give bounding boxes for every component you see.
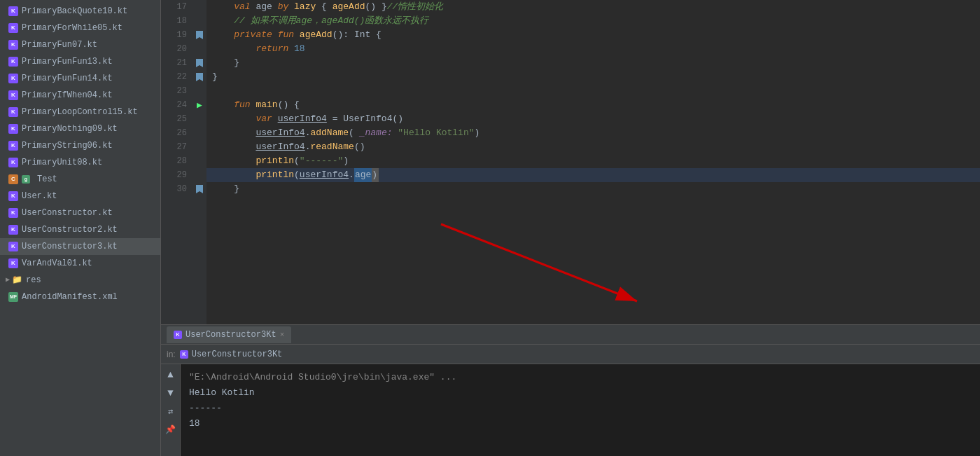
code-line-18: // 如果不调用age，ageAdd()函数永远不执行 bbox=[206, 14, 980, 28]
kotlin-file-icon: K bbox=[8, 242, 18, 251]
file-name: PrimaryNothing09.kt bbox=[22, 122, 118, 136]
code-lines[interactable]: val age by lazy { ageAdd() }//惰性初始化 // 如… bbox=[206, 0, 980, 324]
file-name: VarAndVal01.kt bbox=[22, 256, 92, 270]
chevron-right-icon: ▶ bbox=[6, 273, 10, 287]
run-content: ▲ ▼ ⇄ 📌 "E:\Android\Android Studio0\jre\… bbox=[161, 364, 980, 456]
file-name: PrimaryString06.kt bbox=[22, 139, 113, 153]
bottom-tabs: K UserConstructor3Kt × bbox=[161, 324, 980, 344]
code-line-22: } bbox=[206, 70, 980, 84]
file-item-VarAndVal01[interactable]: K VarAndVal01.kt bbox=[0, 255, 160, 272]
file-name: PrimaryIfWhen04.kt bbox=[22, 88, 113, 102]
code-line-28: println("------") bbox=[206, 154, 980, 168]
file-item-UserConstructor[interactable]: K UserConstructor.kt bbox=[0, 205, 160, 221]
code-line-19: private fun ageAdd(): Int { bbox=[206, 28, 980, 42]
file-name: AndroidManifest.xml bbox=[22, 290, 118, 304]
main-area: K PrimaryBackQuote10.kt K PrimaryForWhil… bbox=[0, 0, 980, 456]
bookmark-19 bbox=[194, 28, 205, 42]
run-output-line-1: "E:\Android\Android Studio0\jre\bin\java… bbox=[189, 370, 972, 385]
mf-icon: MF bbox=[8, 292, 18, 302]
file-item-UserConstructor3[interactable]: K UserConstructor3.kt bbox=[0, 238, 160, 255]
run-output-line-4: 18 bbox=[189, 416, 972, 431]
file-name: PrimaryBackQuote10.kt bbox=[22, 4, 127, 18]
file-name: PrimaryForWhile05.kt bbox=[22, 21, 122, 35]
file-name: PrimaryFunFun13.kt bbox=[22, 55, 113, 69]
kotlin-file-icon: K bbox=[8, 158, 18, 167]
file-item-PrimaryUnit08[interactable]: K PrimaryUnit08.kt bbox=[0, 154, 160, 171]
file-item-PrimaryBackQuote10[interactable]: K PrimaryBackQuote10.kt bbox=[0, 3, 160, 20]
bookmark-21 bbox=[194, 56, 205, 70]
kotlin-run-icon: K bbox=[180, 350, 188, 359]
file-item-PrimaryIfWhen04[interactable]: K PrimaryIfWhen04.kt bbox=[0, 87, 160, 104]
file-item-PrimaryForWhile05[interactable]: K PrimaryForWhile05.kt bbox=[0, 20, 160, 36]
code-line-17: val age by lazy { ageAdd() }//惰性初始化 bbox=[206, 0, 980, 14]
file-name: UserConstructor3.kt bbox=[22, 240, 118, 254]
kotlin-file-icon: K bbox=[8, 40, 18, 50]
file-name: PrimaryFun07.kt bbox=[22, 38, 97, 52]
file-item-PrimaryNothing09[interactable]: K PrimaryNothing09.kt bbox=[0, 120, 160, 137]
run-tab-label: UserConstructor3Kt bbox=[192, 350, 283, 359]
wrap-button[interactable]: ⇄ bbox=[163, 403, 178, 419]
file-item-User[interactable]: K User.kt bbox=[0, 188, 160, 205]
folder-icon: 📁 bbox=[12, 273, 22, 287]
file-name: PrimaryUnit08.kt bbox=[22, 156, 102, 170]
run-output-line-3: ------ bbox=[189, 401, 972, 416]
code-content: 17 18 19 20 21 22 23 24 25 26 27 28 29 3… bbox=[161, 0, 980, 324]
kotlin-file-icon: K bbox=[8, 23, 18, 33]
kotlin-file-icon: K bbox=[8, 124, 18, 134]
file-name: UserConstructor2.kt bbox=[22, 223, 118, 237]
code-line-23 bbox=[206, 84, 980, 98]
scroll-up-button[interactable]: ▲ bbox=[163, 367, 178, 382]
scroll-down-button[interactable]: ▼ bbox=[163, 385, 178, 401]
file-item-PrimaryLoopControl15[interactable]: K PrimaryLoopControl15.kt bbox=[0, 104, 160, 120]
bottom-area: K UserConstructor3Kt × in: K UserConstru… bbox=[161, 324, 980, 456]
kotlin-file-icon: K bbox=[8, 107, 18, 117]
kotlin-file-icon: K bbox=[8, 191, 18, 201]
run-output: "E:\Android\Android Studio0\jre\bin\java… bbox=[181, 364, 980, 456]
code-line-20: return 18 bbox=[206, 42, 980, 56]
editor-area: 17 18 19 20 21 22 23 24 25 26 27 28 29 3… bbox=[161, 0, 980, 456]
kotlin-file-icon: K bbox=[8, 90, 18, 100]
file-item-PrimaryFunFun13[interactable]: K PrimaryFunFun13.kt bbox=[0, 53, 160, 70]
file-item-PrimaryString06[interactable]: K PrimaryString06.kt bbox=[0, 137, 160, 154]
folder-res[interactable]: ▶ 📁 res bbox=[0, 272, 160, 289]
file-name: User.kt bbox=[22, 189, 57, 203]
pin-button[interactable]: 📌 bbox=[163, 422, 178, 437]
run-output-line-2: Hello Kotlin bbox=[189, 385, 972, 401]
in-label: in: bbox=[167, 350, 176, 359]
file-tree: K PrimaryBackQuote10.kt K PrimaryForWhil… bbox=[0, 0, 161, 456]
file-item-PrimaryFunFun14[interactable]: K PrimaryFunFun14.kt bbox=[0, 70, 160, 87]
code-line-21: } bbox=[206, 56, 980, 70]
kotlin-file-icon: K bbox=[8, 141, 18, 151]
run-tab[interactable]: K UserConstructor3Kt × bbox=[167, 326, 291, 343]
file-name: UserConstructor.kt bbox=[22, 206, 113, 220]
tab-close-button[interactable]: × bbox=[280, 331, 285, 339]
kotlin-file-icon: K bbox=[8, 6, 18, 16]
code-line-25: var userInfo4 = UserInfo4() bbox=[206, 112, 980, 126]
class-file-icon: C g bbox=[8, 174, 34, 184]
file-name: PrimaryLoopControl15.kt bbox=[22, 105, 138, 119]
run-label-bar: in: K UserConstructor3Kt bbox=[161, 345, 980, 364]
code-line-26: userInfo4.addName( _name: "Hello Kotlin"… bbox=[206, 126, 980, 140]
kotlin-file-icon: K bbox=[8, 258, 18, 268]
kotlin-file-icon: K bbox=[8, 208, 18, 218]
file-item-AndroidManifest[interactable]: MF AndroidManifest.xml bbox=[0, 289, 160, 305]
editor-wrapper: 17 18 19 20 21 22 23 24 25 26 27 28 29 3… bbox=[161, 0, 980, 324]
file-name: PrimaryFunFun14.kt bbox=[22, 71, 113, 85]
run-sidebar: ▲ ▼ ⇄ 📌 bbox=[161, 364, 181, 456]
tab-label: UserConstructor3Kt bbox=[186, 330, 276, 340]
file-item-PrimaryFun07[interactable]: K PrimaryFun07.kt bbox=[0, 36, 160, 53]
kotlin-file-icon: K bbox=[8, 74, 18, 83]
code-line-30: } bbox=[206, 182, 980, 196]
code-line-27: userInfo4.readName() bbox=[206, 140, 980, 154]
kotlin-file-icon: K bbox=[8, 225, 18, 235]
run-icon-24[interactable]: ▶ bbox=[193, 98, 206, 112]
file-item-UserConstructor2[interactable]: K UserConstructor2.kt bbox=[0, 221, 160, 238]
code-line-29: println(userInfo4.age) bbox=[206, 168, 980, 182]
folder-name: res bbox=[26, 273, 41, 287]
file-name: Test bbox=[37, 172, 57, 186]
bookmark-22 bbox=[194, 70, 205, 84]
code-line-24: fun main() { bbox=[206, 98, 980, 112]
run-panel: in: K UserConstructor3Kt ▲ ▼ ⇄ 📌 "E:\And… bbox=[161, 344, 980, 456]
file-item-Test[interactable]: C g Test bbox=[0, 171, 160, 188]
line-numbers: 17 18 19 20 21 22 23 24 25 26 27 28 29 3… bbox=[161, 0, 192, 324]
